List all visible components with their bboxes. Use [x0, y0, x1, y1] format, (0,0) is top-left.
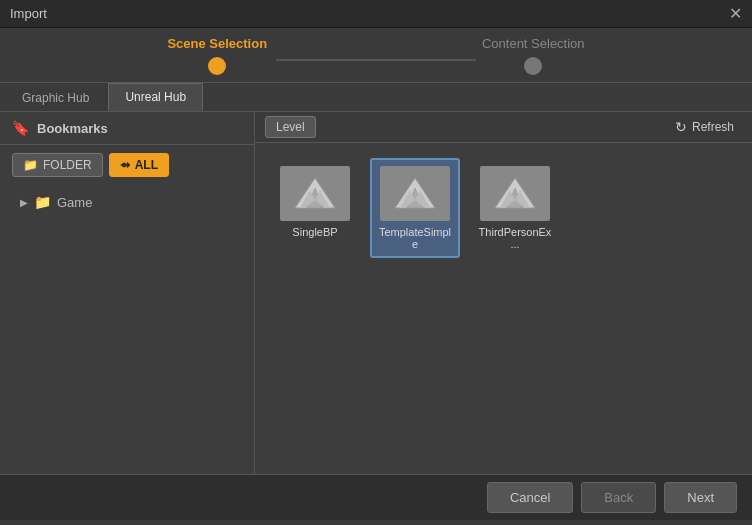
tree-item-label: Game	[57, 195, 92, 210]
grid-item-templatesimple[interactable]: TemplateSimple	[370, 158, 460, 258]
tab-bar: Graphic Hub Unreal Hub	[0, 83, 752, 112]
all-btn-label: ALL	[135, 158, 158, 172]
templatesimple-label: TemplateSimple	[378, 226, 452, 250]
step-indicator: Scene Selection Content Selection	[0, 28, 752, 83]
level-label: Level	[265, 116, 316, 138]
grid-icon: ⇴	[120, 158, 130, 172]
cancel-button[interactable]: Cancel	[487, 482, 573, 513]
all-view-button[interactable]: ⇴ ALL	[109, 153, 169, 177]
step1-dot	[208, 57, 226, 75]
folder-btn-label: FOLDER	[43, 158, 92, 172]
tree-area: ▶ 📁 Game	[0, 185, 254, 474]
tab-graphic-hub[interactable]: Graphic Hub	[5, 84, 106, 111]
step2-dot	[524, 57, 542, 75]
main-content: 🔖 Bookmarks 📁 FOLDER ⇴ ALL ▶ 📁 Game Leve…	[0, 112, 752, 474]
grid-area: SingleBP TemplateSimple	[255, 143, 752, 474]
bookmarks-header: 🔖 Bookmarks	[0, 112, 254, 145]
refresh-button[interactable]: ↻ Refresh	[667, 116, 742, 138]
folder-item-icon: 📁	[34, 194, 51, 210]
right-toolbar: Level ↻ Refresh	[255, 112, 752, 143]
close-button[interactable]: ✕	[729, 6, 742, 22]
right-panel: Level ↻ Refresh SingleBP	[255, 112, 752, 474]
bookmarks-icon: 🔖	[12, 120, 29, 136]
expand-arrow-icon: ▶	[20, 197, 28, 208]
next-button[interactable]: Next	[664, 482, 737, 513]
refresh-label: Refresh	[692, 120, 734, 134]
step1-label: Scene Selection	[167, 36, 267, 51]
folder-view-button[interactable]: 📁 FOLDER	[12, 153, 103, 177]
thirdpersonex-label: ThirdPersonEx...	[478, 226, 552, 250]
templatesimple-icon	[380, 166, 450, 221]
bookmarks-label: Bookmarks	[37, 121, 108, 136]
grid-item-singlebp[interactable]: SingleBP	[270, 158, 360, 258]
back-button[interactable]: Back	[581, 482, 656, 513]
folder-controls: 📁 FOLDER ⇴ ALL	[0, 145, 254, 185]
bottom-bar: Cancel Back Next	[0, 474, 752, 520]
singlebp-icon	[280, 166, 350, 221]
refresh-icon: ↻	[675, 119, 687, 135]
step-scene-selection: Scene Selection	[167, 36, 267, 75]
grid-item-thirdpersonex[interactable]: ThirdPersonEx...	[470, 158, 560, 258]
left-panel: 🔖 Bookmarks 📁 FOLDER ⇴ ALL ▶ 📁 Game	[0, 112, 255, 474]
singlebp-label: SingleBP	[292, 226, 337, 238]
thirdpersonex-icon	[480, 166, 550, 221]
step-content-selection: Content Selection	[482, 36, 585, 75]
step2-label: Content Selection	[482, 36, 585, 51]
step-connector	[276, 59, 476, 61]
tree-item-game[interactable]: ▶ 📁 Game	[0, 189, 254, 215]
title-bar: Import ✕	[0, 0, 752, 28]
tab-unreal-hub[interactable]: Unreal Hub	[108, 83, 203, 111]
dialog-title: Import	[10, 6, 47, 21]
folder-icon: 📁	[23, 158, 38, 172]
